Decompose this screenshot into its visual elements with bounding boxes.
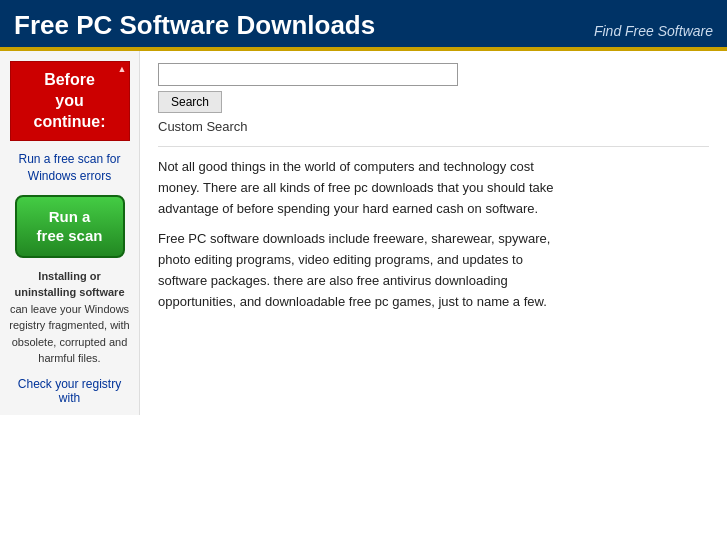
ad-line2: you — [17, 91, 123, 112]
search-area: Search Custom Search — [158, 63, 709, 134]
ad-block[interactable]: ▲ Before you continue: — [10, 61, 130, 141]
sidebar-info-rest: can leave your Windows registry fragment… — [9, 303, 129, 365]
search-button[interactable]: Search — [158, 91, 222, 113]
page-header: Free PC Software Downloads Find Free Sof… — [0, 0, 727, 47]
main-layout: ▲ Before you continue: Run a free scan f… — [0, 51, 727, 415]
page-title: Free PC Software Downloads — [14, 10, 375, 41]
scan-button-line1: Run a — [25, 207, 115, 227]
run-free-scan-button[interactable]: Run a free scan — [15, 195, 125, 258]
scan-button-line2: free scan — [25, 226, 115, 246]
ad-tag: ▲ — [118, 64, 127, 74]
check-registry-link[interactable]: Check your registry with — [8, 377, 131, 405]
sidebar-info-bold: Installing or uninstalling software — [14, 270, 124, 299]
search-input[interactable] — [158, 63, 458, 86]
content-divider — [158, 146, 709, 147]
ad-line1: Before — [17, 70, 123, 91]
sidebar: ▲ Before you continue: Run a free scan f… — [0, 51, 140, 415]
run-free-scan-link[interactable]: Run a free scan for Windows errors — [8, 151, 131, 185]
header-subtitle: Find Free Software — [594, 23, 713, 41]
body-paragraph-2: Free PC software downloads include freew… — [158, 229, 558, 312]
body-text: Not all good things in the world of comp… — [158, 157, 558, 313]
body-paragraph-1: Not all good things in the world of comp… — [158, 157, 558, 219]
sidebar-info-text: Installing or uninstalling software can … — [8, 268, 131, 367]
main-content: Search Custom Search Not all good things… — [140, 51, 727, 415]
custom-search-label: Custom Search — [158, 119, 709, 134]
ad-line3: continue: — [17, 112, 123, 133]
ad-text: Before you continue: — [17, 70, 123, 132]
